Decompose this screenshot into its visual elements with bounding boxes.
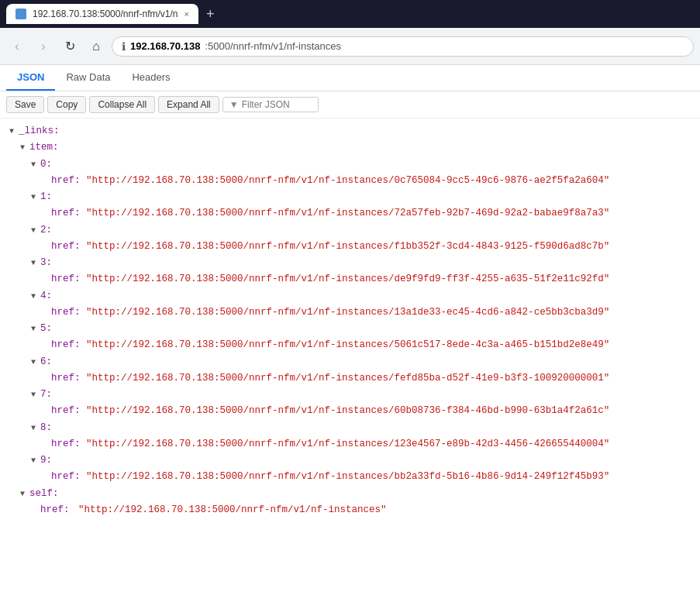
item-7-toggle[interactable]: ▼: [31, 388, 40, 401]
item-3-href-value: "http://192.168.70.138:5000/nnrf-nfm/v1/…: [86, 271, 609, 287]
tab-headers[interactable]: Headers: [121, 65, 181, 91]
item-1-index: 1:: [40, 189, 52, 205]
item-8-href-key: href:: [51, 436, 81, 452]
info-icon: ℹ: [122, 40, 126, 53]
copy-button[interactable]: Copy: [47, 96, 86, 113]
item-4-href-value: "http://192.168.70.138:5000/nnrf-nfm/v1/…: [86, 304, 609, 321]
item-0-index: 0:: [40, 157, 52, 173]
item-2-href-value: "http://192.168.70.138:5000/nnrf-nfm/v1/…: [86, 239, 609, 255]
self-toggle[interactable]: ▼: [20, 487, 29, 501]
item-toggle[interactable]: ▼: [20, 141, 29, 154]
item-9-href-value: "http://192.168.70.138:5000/nnrf-nfm/v1/…: [86, 469, 609, 485]
item-1-href-value: "http://192.168.70.138:5000/nnrf-nfm/v1/…: [86, 205, 609, 222]
item-8-href-line: ▼ href: "http://192.168.70.138:5000/nnrf…: [9, 436, 691, 452]
item-3-href-key: href:: [51, 271, 81, 287]
expand-all-button[interactable]: Expand All: [158, 96, 219, 113]
item-index-5-line: ▼ 5:: [9, 321, 691, 337]
tab-json[interactable]: JSON: [6, 65, 55, 91]
item-3-href-line: ▼ href: "http://192.168.70.138:5000/nnrf…: [9, 271, 691, 287]
links-key: _links:: [19, 123, 60, 139]
browser-navbar: ‹ › ↻ ⌂ ℹ 192.168.70.138:5000/nnrf-nfm/v…: [0, 28, 700, 65]
self-href-line: ▼ href: "http://192.168.70.138:5000/nnrf…: [9, 502, 691, 518]
json-toolbar: Save Copy Collapse All Expand All ▼: [0, 91, 700, 119]
home-button[interactable]: ⌂: [85, 36, 107, 57]
address-path: :5000/nnrf-nfm/v1/nf-instances: [205, 40, 341, 52]
item-9-href-key: href:: [51, 469, 81, 485]
item-index-6-line: ▼ 6:: [9, 354, 691, 370]
items-container: ▼ 0: ▼ href: "http://192.168.70.138:5000…: [9, 157, 691, 486]
item-8-index: 8:: [40, 420, 52, 436]
item-3-toggle[interactable]: ▼: [31, 256, 40, 270]
filter-icon: ▼: [229, 99, 239, 110]
item-5-href-value: "http://192.168.70.138:5000/nnrf-nfm/v1/…: [86, 337, 609, 353]
item-6-href-line: ▼ href: "http://192.168.70.138:5000/nnrf…: [9, 370, 691, 387]
item-5-href-line: ▼ href: "http://192.168.70.138:5000/nnrf…: [9, 337, 691, 353]
item-index-0-line: ▼ 0:: [9, 157, 691, 173]
item-7-href-value: "http://192.168.70.138:5000/nnrf-nfm/v1/…: [86, 403, 609, 419]
item-7-href-line: ▼ href: "http://192.168.70.138:5000/nnrf…: [9, 403, 691, 419]
tab-raw-data[interactable]: Raw Data: [55, 65, 121, 91]
tab-title: 192.168.70.138:5000/nnrf-nfm/v1/n: [33, 9, 178, 19]
links-toggle[interactable]: ▼: [9, 125, 19, 138]
item-0-href-line: ▼ href: "http://192.168.70.138:5000/nnrf…: [9, 173, 691, 189]
item-index-7-line: ▼ 7:: [9, 387, 691, 403]
tab-favicon: [16, 9, 26, 19]
item-9-toggle[interactable]: ▼: [31, 454, 40, 467]
json-viewer-tabs: JSON Raw Data Headers: [0, 65, 700, 91]
filter-input[interactable]: [242, 99, 312, 110]
item-index-9-line: ▼ 9:: [9, 452, 691, 469]
item-6-href-key: href:: [51, 370, 81, 387]
item-8-href-value: "http://192.168.70.138:5000/nnrf-nfm/v1/…: [86, 436, 609, 452]
self-key: self:: [29, 486, 59, 502]
tab-close-button[interactable]: ×: [184, 9, 188, 19]
item-0-href-key: href:: [51, 173, 81, 189]
item-2-href-line: ▼ href: "http://192.168.70.138:5000/nnrf…: [9, 239, 691, 255]
item-5-href-key: href:: [51, 337, 81, 353]
new-tab-button[interactable]: +: [202, 6, 219, 22]
item-3-index: 3:: [40, 255, 52, 271]
item-1-toggle[interactable]: ▼: [31, 191, 40, 204]
json-content: ▼ _links: ▼ item: ▼ 0: ▼ href: "http://1…: [0, 119, 700, 523]
item-1-href-key: href:: [51, 205, 81, 222]
browser-tab[interactable]: 192.168.70.138:5000/nnrf-nfm/v1/n ×: [6, 4, 198, 24]
item-2-href-key: href:: [51, 239, 81, 255]
save-button[interactable]: Save: [6, 96, 44, 113]
filter-input-wrap: ▼: [222, 97, 319, 112]
item-index-2-line: ▼ 2:: [9, 222, 691, 239]
item-4-href-line: ▼ href: "http://192.168.70.138:5000/nnrf…: [9, 304, 691, 321]
item-0-href-value: "http://192.168.70.138:5000/nnrf-nfm/v1/…: [86, 173, 609, 189]
item-9-index: 9:: [40, 452, 52, 469]
forward-button[interactable]: ›: [33, 36, 54, 57]
item-line: ▼ item:: [9, 139, 691, 156]
item-index-8-line: ▼ 8:: [9, 420, 691, 436]
reload-button[interactable]: ↻: [59, 36, 81, 57]
item-index-4-line: ▼ 4:: [9, 288, 691, 304]
browser-titlebar: 192.168.70.138:5000/nnrf-nfm/v1/n × +: [0, 0, 700, 28]
item-6-toggle[interactable]: ▼: [31, 356, 40, 369]
self-href-key: href:: [40, 502, 70, 518]
item-4-href-key: href:: [51, 304, 81, 321]
links-line: ▼ _links:: [9, 123, 691, 139]
item-4-toggle[interactable]: ▼: [31, 290, 40, 303]
item-7-href-key: href:: [51, 403, 81, 419]
item-index-3-line: ▼ 3:: [9, 255, 691, 271]
item-6-index: 6:: [40, 354, 52, 370]
item-5-toggle[interactable]: ▼: [31, 322, 40, 335]
item-7-index: 7:: [40, 387, 52, 403]
item-8-toggle[interactable]: ▼: [31, 421, 40, 435]
address-host: 192.168.70.138: [130, 40, 200, 52]
item-2-toggle[interactable]: ▼: [31, 224, 40, 237]
collapse-all-button[interactable]: Collapse All: [89, 96, 155, 113]
item-9-href-line: ▼ href: "http://192.168.70.138:5000/nnrf…: [9, 469, 691, 485]
item-0-toggle[interactable]: ▼: [31, 158, 40, 171]
self-line: ▼ self:: [9, 486, 691, 502]
item-index-1-line: ▼ 1:: [9, 189, 691, 205]
item-key: item:: [29, 139, 59, 156]
back-button[interactable]: ‹: [6, 36, 28, 57]
address-bar[interactable]: ℹ 192.168.70.138:5000/nnrf-nfm/v1/nf-ins…: [112, 36, 694, 57]
item-2-index: 2:: [40, 222, 52, 239]
item-5-index: 5:: [40, 321, 52, 337]
item-4-index: 4:: [40, 288, 52, 304]
self-href-value: "http://192.168.70.138:5000/nnrf-nfm/v1/…: [78, 502, 387, 518]
item-1-href-line: ▼ href: "http://192.168.70.138:5000/nnrf…: [9, 205, 691, 222]
